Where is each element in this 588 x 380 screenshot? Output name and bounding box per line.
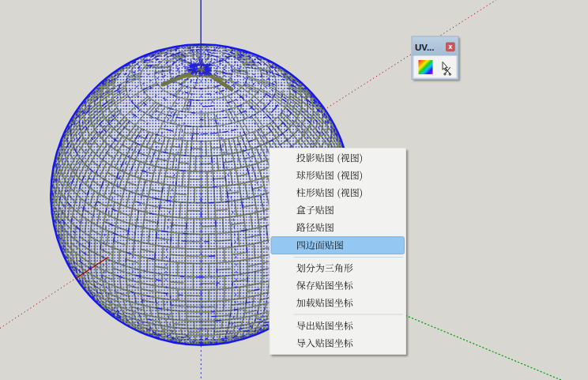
svg-text:x: x xyxy=(448,43,452,51)
svg-text:UV...: UV... xyxy=(415,43,435,52)
